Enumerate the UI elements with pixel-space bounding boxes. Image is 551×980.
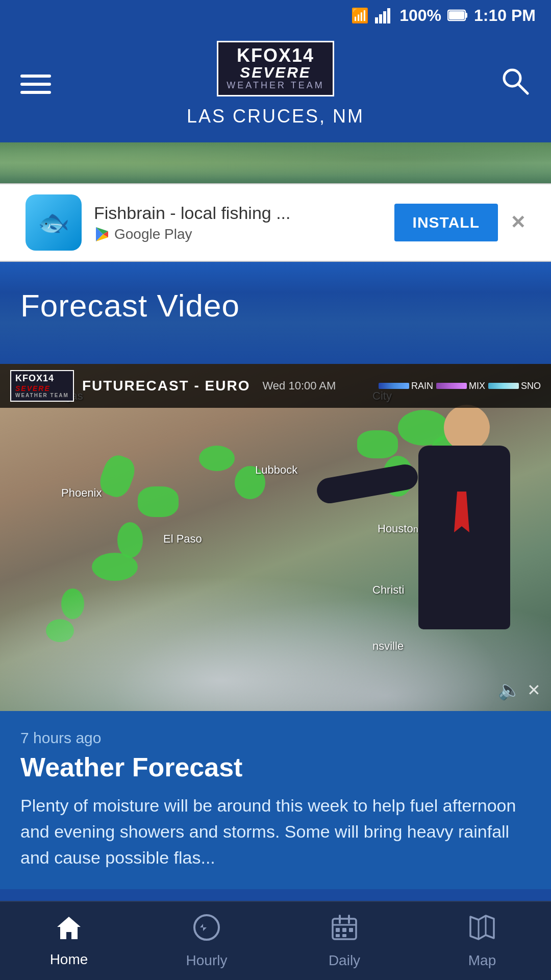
time-text: 1:10 PM	[474, 6, 536, 25]
svg-rect-20	[336, 934, 340, 937]
bottom-nav: Home Hourly Daily	[0, 901, 551, 980]
svg-rect-5	[465, 13, 467, 18]
battery-icon	[447, 8, 468, 22]
svg-rect-0	[375, 17, 378, 23]
svg-rect-2	[383, 11, 386, 23]
legend-mix-bar	[436, 383, 467, 389]
google-play-label: Google Play	[114, 226, 192, 242]
logo-weather: WEATHER TEAM	[227, 80, 324, 91]
legend-snow: SNO	[488, 381, 541, 391]
svg-line-8	[518, 84, 528, 93]
weatherman-tie	[454, 492, 469, 532]
nav-hourly-label: Hourly	[186, 952, 228, 969]
menu-button[interactable]	[20, 75, 51, 94]
svg-rect-19	[349, 928, 353, 932]
legend-mix-label: MIX	[469, 381, 485, 391]
ad-title: Fishbrain - local fishing ...	[94, 203, 382, 223]
news-body: Plenty of moisture will be around this w…	[20, 793, 531, 871]
logo-severe: SEVERE	[227, 65, 324, 80]
google-play-icon	[94, 226, 110, 242]
radar-blob	[199, 446, 235, 471]
ad-icon: 🐟	[26, 194, 82, 251]
map-strip	[0, 142, 551, 183]
hourly-icon	[193, 914, 220, 947]
legend-rain-label: RAIN	[411, 381, 433, 391]
ad-subtitle: Google Play	[94, 226, 382, 242]
close-video-button[interactable]: ✕	[527, 680, 541, 700]
logo-box: KFOX14 SEVERE WEATHER TEAM	[217, 41, 334, 96]
news-headline: Weather Forecast	[20, 752, 531, 782]
wifi-icon: 📶	[351, 7, 369, 24]
forecast-section-title: Forecast Video	[20, 287, 531, 324]
city-label-phoenix: Phoenix	[61, 486, 102, 500]
ad-close-button[interactable]: ✕	[510, 212, 525, 233]
nav-daily[interactable]: Daily	[276, 902, 413, 980]
svg-rect-21	[342, 934, 346, 937]
city-label-elpaso: El Paso	[163, 532, 202, 546]
video-controls: 🔈 ✕	[498, 679, 541, 701]
svg-rect-17	[336, 928, 340, 932]
radar-blob	[138, 486, 179, 517]
svg-marker-22	[470, 916, 494, 939]
legend-rain: RAIN	[379, 381, 433, 391]
nav-daily-label: Daily	[329, 952, 360, 969]
logo-area: KFOX14 SEVERE WEATHER TEAM LAS CRUCES, N…	[187, 41, 364, 127]
video-title: FUTURECAST - EURO	[82, 378, 251, 394]
ad-banner: 🐟 Fishbrain - local fishing ... Google P…	[0, 183, 551, 262]
location-text: LAS CRUCES, NM	[187, 106, 364, 127]
ad-text: Fishbrain - local fishing ... Google Pla…	[94, 203, 382, 242]
video-frame: Las Vegas Phoenix El Paso Lubbock City H…	[0, 364, 551, 711]
svg-rect-6	[449, 11, 464, 19]
video-container[interactable]: Las Vegas Phoenix El Paso Lubbock City H…	[0, 364, 551, 711]
svg-marker-12	[200, 924, 207, 931]
legend-mix: MIX	[436, 381, 485, 391]
video-title-bar: KFOX14 SEVERE WEATHER TEAM FUTURECAST - …	[0, 364, 551, 408]
legend-snow-bar	[488, 383, 519, 389]
weatherman-suit	[418, 446, 510, 629]
city-label-lubbock: Lubbock	[255, 463, 297, 477]
forecast-section: Forecast Video	[0, 262, 551, 364]
daily-icon	[331, 914, 358, 947]
nav-hourly[interactable]: Hourly	[138, 902, 276, 980]
status-bar: 📶 100% 1:10 PM	[0, 0, 551, 31]
weatherman-head	[444, 405, 490, 451]
header: KFOX14 SEVERE WEATHER TEAM LAS CRUCES, N…	[0, 31, 551, 142]
radar-blob	[117, 522, 143, 558]
search-button[interactable]	[500, 66, 531, 103]
nav-home-label: Home	[50, 951, 88, 968]
home-icon	[55, 915, 83, 946]
video-date: Wed 10:00 AM	[262, 379, 336, 393]
video-legend: RAIN MIX SNO	[379, 381, 541, 391]
mute-button[interactable]: 🔈	[498, 679, 521, 701]
install-button[interactable]: INSTALL	[394, 204, 498, 241]
news-info: 7 hours ago Weather Forecast Plenty of m…	[0, 711, 551, 889]
signal-icon	[375, 7, 393, 23]
legend-rain-bar	[379, 383, 409, 389]
legend-snow-label: SNO	[521, 381, 541, 391]
svg-marker-10	[57, 917, 81, 939]
video-logo: KFOX14 SEVERE WEATHER TEAM	[10, 370, 74, 402]
svg-rect-3	[387, 8, 390, 23]
status-icons: 📶 100% 1:10 PM	[351, 6, 536, 25]
weatherman	[378, 405, 520, 670]
nav-map-label: Map	[468, 952, 496, 969]
news-timestamp: 7 hours ago	[20, 729, 531, 747]
nav-home[interactable]: Home	[0, 902, 138, 980]
svg-rect-1	[379, 14, 382, 23]
nav-map[interactable]: Map	[413, 902, 551, 980]
battery-text: 100%	[399, 6, 441, 25]
svg-rect-18	[342, 928, 346, 932]
logo-kfox: KFOX14	[227, 46, 324, 65]
map-icon	[468, 914, 496, 947]
